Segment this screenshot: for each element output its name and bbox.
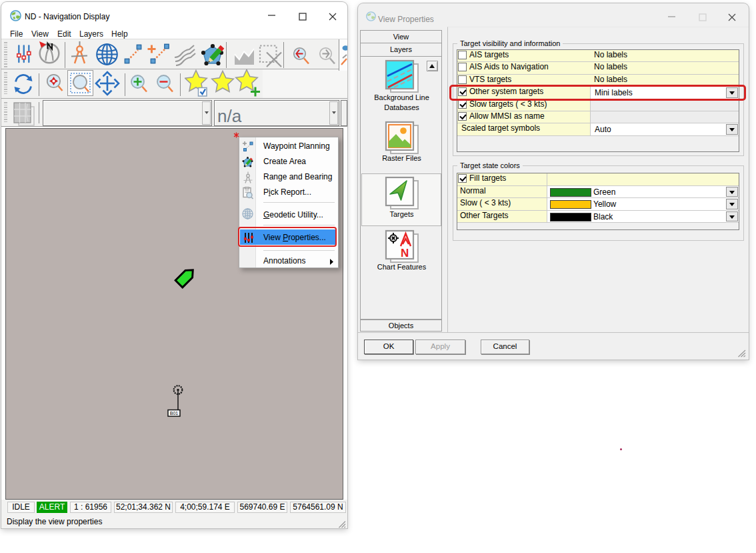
svg-text:N: N [401,247,409,259]
svg-text:B01: B01 [170,411,179,416]
